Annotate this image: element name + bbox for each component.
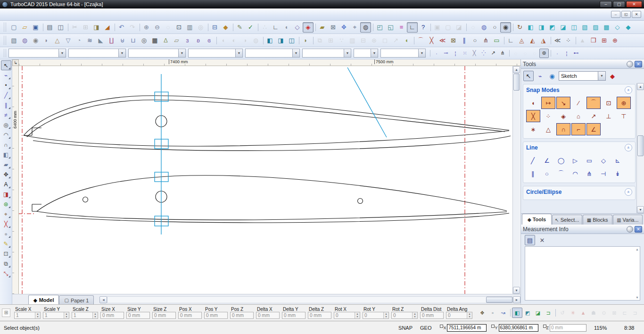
spinner[interactable]: ▲▼ [35, 312, 40, 318]
point-tool-icon[interactable]: • [1, 80, 11, 90]
sphere-tool-icon[interactable]: ◍ [19, 35, 30, 46]
shade-tool-icon[interactable]: ◐ [229, 35, 239, 46]
stamp-icon[interactable]: ▲ [577, 35, 588, 46]
selector-grid-icon[interactable]: ⊞ [2, 309, 10, 317]
scroll-down-icon[interactable]: ▼ [513, 287, 520, 294]
plane-tool-icon[interactable]: ◻ [380, 35, 390, 46]
view-iso-nw-icon[interactable]: ▩ [601, 22, 612, 33]
polyline-icon[interactable]: ∠ [540, 154, 553, 167]
inspector-input[interactable]: 0 mm ▲▼ [256, 312, 280, 319]
revolve-tool-icon[interactable]: ∐ [106, 35, 117, 46]
pick-flag-icon[interactable]: ⋔ [480, 35, 491, 46]
tab-variables[interactable]: ▥ Varia... [613, 215, 643, 225]
select-entity-icon[interactable]: ▫ [487, 308, 498, 318]
point-divide-icon[interactable]: ¦ [451, 49, 460, 58]
double-line-icon[interactable]: ∥ [1, 100, 11, 110]
loft-tool-icon[interactable]: ≋ [84, 35, 95, 46]
wedge-tool-icon[interactable]: ∆ [160, 35, 171, 46]
scroll-thumb[interactable] [513, 74, 520, 91]
property-combo-3[interactable]: ▼ [128, 49, 186, 58]
close-icon[interactable]: ✕ [635, 61, 642, 67]
corner-trim-icon[interactable]: ∟ [505, 35, 516, 46]
rotate-selection-icon[interactable]: ↺ [557, 308, 568, 318]
spinner[interactable]: ▲▼ [355, 312, 360, 318]
format-painter-icon[interactable]: ◢ [102, 22, 113, 33]
view-bottom-icon[interactable]: ▨ [590, 22, 601, 33]
snap-vertex-icon[interactable]: ↘ [556, 97, 570, 109]
select-bounds-icon[interactable]: ⊡ [1, 249, 11, 259]
chevron-down-icon[interactable]: ▼ [344, 49, 351, 57]
group-select-icon[interactable]: ▣ [432, 22, 443, 33]
chamfer-icon[interactable]: ╳ [426, 35, 437, 46]
snap-endpoint-icon[interactable]: ↦ [541, 97, 555, 109]
circle-tool-icon[interactable]: ◎ [1, 120, 11, 130]
no-snap-icon[interactable]: ◖ [526, 97, 540, 109]
zoom-extents-icon[interactable]: ⊡ [173, 22, 184, 33]
style-combo[interactable]: Sketch ▼ [559, 71, 606, 81]
view-top-icon[interactable]: ▧ [579, 22, 590, 33]
orthogonal-line-icon[interactable]: ⊣ [597, 167, 610, 180]
save-file-icon[interactable]: ▣ [30, 22, 41, 33]
snap-3d-icon[interactable]: △ [541, 123, 555, 135]
node-edit-button[interactable]: ⌁ [535, 71, 545, 81]
open-file-icon[interactable]: ▱ [19, 22, 30, 33]
spinner[interactable]: ▲▼ [412, 312, 417, 318]
grid-edit-icon[interactable]: ⊟ [358, 35, 369, 46]
view-front-icon[interactable]: ◨ [536, 22, 547, 33]
facet-tool-icon[interactable]: ◑ [239, 35, 250, 46]
rectangle-icon[interactable]: ▭ [583, 154, 596, 167]
chevron-down-icon[interactable]: ▼ [118, 49, 125, 57]
point-cross-icon[interactable]: ╳ [470, 49, 479, 58]
cylinder-cut-icon[interactable]: ⊔ [128, 35, 139, 46]
inspector-input[interactable]: 0 mm ▲▼ [308, 312, 331, 319]
chevron-down-icon[interactable]: ▼ [371, 49, 378, 57]
scroll-thumb[interactable] [637, 135, 644, 156]
scroll-right-icon[interactable]: ► [513, 296, 520, 303]
zoom-level[interactable]: 115% [594, 325, 615, 331]
spray-points-icon[interactable]: ✳ [568, 308, 578, 318]
point-multi-icon[interactable]: ⁛ [479, 49, 488, 58]
magnet-snap-icon[interactable]: ⊛ [1, 199, 11, 209]
point-mid-icon[interactable]: ⊸ [441, 49, 451, 58]
tab-paper1[interactable]: ▢ Paper 1 [59, 295, 94, 305]
tangent-to-circle-icon[interactable]: ○ [540, 167, 553, 180]
display-colors-icon[interactable]: ≡ [396, 22, 407, 33]
clear-measurement-icon[interactable]: ✕ [537, 235, 547, 245]
inspector-input[interactable]: 0 mm ▲▼ [282, 312, 305, 319]
open-palette-icon[interactable]: ◆ [220, 22, 231, 33]
polar-array-icon[interactable]: ∵ [336, 35, 347, 46]
view-right-icon[interactable]: ◫ [569, 22, 579, 33]
snap-intersection-icon[interactable]: ╳ [526, 110, 540, 122]
array-edit-icon[interactable]: ▥ [347, 35, 358, 46]
vector-line-icon[interactable]: ↗ [488, 49, 498, 58]
select-mode-button[interactable]: ↖ [523, 71, 534, 81]
snap-on-line-icon[interactable]: ∕ [571, 97, 586, 109]
insert-drawing-icon[interactable]: ⊟ [209, 22, 220, 33]
walk-camera-icon[interactable]: ⌖ [349, 22, 360, 33]
property-combo-8[interactable]: ▼ [380, 49, 426, 58]
join-icon[interactable]: ⁘ [563, 35, 574, 46]
undo-icon[interactable]: ↶ [116, 22, 127, 33]
menu-help[interactable] [97, 13, 106, 17]
zoom-selection-icon[interactable]: ◎ [195, 22, 206, 33]
menu-tools[interactable] [55, 13, 63, 17]
zoom-previous-icon[interactable]: ◌ [163, 22, 173, 33]
mdi-minimize-button[interactable]: – [611, 11, 620, 18]
node-drop-icon[interactable]: ¦ [562, 49, 571, 58]
chevron-down-icon[interactable]: ▼ [58, 49, 66, 57]
align-node-icon[interactable]: ◮ [538, 35, 549, 46]
menu-workspace[interactable] [29, 13, 38, 17]
prism-tool-icon[interactable]: ▽ [63, 35, 74, 46]
ungroup-select-icon[interactable]: ▢ [443, 22, 454, 33]
palette-scrollbar[interactable]: ▲ ▼ [636, 83, 644, 213]
polygon-icon[interactable]: ◯ [554, 154, 568, 167]
mdi-close-button[interactable]: ✕ [632, 11, 641, 18]
minimize-button[interactable]: – [600, 1, 612, 8]
orbit-icon[interactable]: ✥ [339, 22, 349, 33]
inspector-input[interactable]: 0 ▲▼ [446, 312, 472, 319]
sphere-gray-icon[interactable]: ● [1, 229, 11, 239]
copy-icon[interactable]: ⊞ [80, 22, 91, 33]
property-combo-5[interactable]: ▼ [245, 49, 300, 58]
close-icon[interactable]: ✕ [635, 226, 642, 233]
chevron-down-icon[interactable]: ▼ [598, 72, 605, 80]
